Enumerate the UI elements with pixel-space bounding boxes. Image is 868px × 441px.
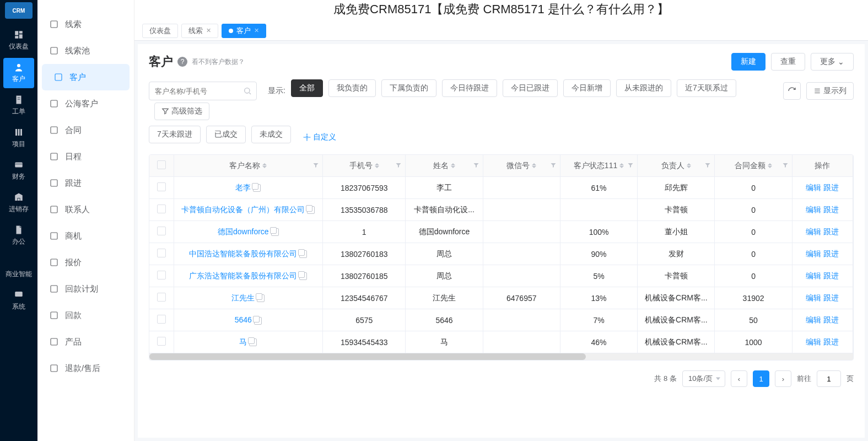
sidebar-item-11[interactable]: 回款 xyxy=(37,302,134,329)
select-all-checkbox[interactable] xyxy=(157,160,166,169)
hint-text[interactable]: 看不到客户数据？ xyxy=(192,57,245,67)
filter-chip-0[interactable]: 全部 xyxy=(291,79,323,97)
rail-item-finance[interactable]: 财务 xyxy=(3,155,34,186)
sidebar-item-0[interactable]: 线索 xyxy=(37,11,134,37)
dedup-button[interactable]: 查重 xyxy=(771,53,805,71)
tab-1[interactable]: 线索✕ xyxy=(181,24,218,38)
filter-icon[interactable] xyxy=(627,162,634,170)
copy-icon[interactable] xyxy=(271,228,279,236)
row-checkbox[interactable] xyxy=(157,315,166,324)
help-icon[interactable]: ? xyxy=(177,57,187,67)
col-4[interactable]: 客户状态111 xyxy=(560,155,637,177)
filter-icon[interactable] xyxy=(550,162,557,170)
filter-icon[interactable] xyxy=(312,162,319,170)
customer-name-link[interactable]: 德国downforce xyxy=(218,227,269,236)
page-size-select[interactable]: 10条/页 xyxy=(682,370,725,387)
rail-item-system[interactable]: 系统 xyxy=(3,286,34,316)
edit-link[interactable]: 编辑 xyxy=(806,205,821,214)
filter-chip-8[interactable]: 7天未跟进 xyxy=(149,126,201,143)
col-6[interactable]: 合同金额 xyxy=(715,155,792,177)
filter-chip-5[interactable]: 今日新增 xyxy=(563,79,611,97)
sidebar-item-7[interactable]: 联系人 xyxy=(37,196,134,223)
customer-name-link[interactable]: 江先生 xyxy=(231,293,255,302)
copy-icon[interactable] xyxy=(299,272,307,280)
sidebar-item-12[interactable]: 产品 xyxy=(37,329,134,355)
sidebar-item-8[interactable]: 商机 xyxy=(37,223,134,249)
sort-icon[interactable] xyxy=(532,163,536,168)
rail-item-user[interactable]: 客户 xyxy=(3,58,34,88)
customer-name-link[interactable]: 老李 xyxy=(235,183,251,192)
filter-chip-6[interactable]: 从未跟进的 xyxy=(616,79,671,97)
follow-link[interactable]: 跟进 xyxy=(823,315,839,324)
follow-link[interactable]: 跟进 xyxy=(823,205,839,214)
copy-icon[interactable] xyxy=(253,184,261,192)
close-icon[interactable]: ✕ xyxy=(254,27,259,34)
sort-icon[interactable] xyxy=(687,163,691,168)
edit-link[interactable]: 编辑 xyxy=(806,293,821,302)
close-icon[interactable]: ✕ xyxy=(206,27,211,34)
customer-name-link[interactable]: 广东浩达智能装备股份有限公司 xyxy=(189,271,297,280)
next-page[interactable]: › xyxy=(775,370,791,387)
sidebar-item-3[interactable]: 公海客户 xyxy=(37,90,134,117)
edit-link[interactable]: 编辑 xyxy=(806,249,821,258)
more-button[interactable]: 更多⌄ xyxy=(811,53,854,71)
advanced-filter-button[interactable]: 高级筛选 xyxy=(154,103,209,120)
filter-icon[interactable] xyxy=(395,162,402,170)
rail-item-ticket[interactable]: 工单 xyxy=(3,90,34,121)
filter-chip-3[interactable]: 今日待跟进 xyxy=(442,79,497,97)
edit-link[interactable]: 编辑 xyxy=(806,227,821,236)
row-checkbox[interactable] xyxy=(157,337,166,346)
filter-icon[interactable] xyxy=(473,162,479,170)
sidebar-item-5[interactable]: 日程 xyxy=(37,143,134,170)
row-checkbox[interactable] xyxy=(157,271,166,279)
sort-icon[interactable] xyxy=(768,163,772,168)
filter-chip-10[interactable]: 未成交 xyxy=(251,126,291,143)
follow-link[interactable]: 跟进 xyxy=(823,183,839,192)
sort-icon[interactable] xyxy=(375,163,379,168)
customer-name-link[interactable]: 卡普顿自动化设备（广州）有限公司 xyxy=(181,205,305,214)
copy-icon[interactable] xyxy=(307,206,315,214)
follow-link[interactable]: 跟进 xyxy=(823,249,839,258)
custom-filter-link[interactable]: 自定义 xyxy=(303,132,336,142)
rail-item-bi[interactable]: 商业智能 xyxy=(3,253,34,283)
edit-link[interactable]: 编辑 xyxy=(806,337,821,346)
filter-chip-7[interactable]: 近7天联系过 xyxy=(677,79,736,97)
prev-page[interactable]: ‹ xyxy=(731,370,747,387)
filter-chip-4[interactable]: 今日已跟进 xyxy=(503,79,558,97)
filter-icon[interactable] xyxy=(704,162,711,170)
rail-item-dashboard[interactable]: 仪表盘 xyxy=(3,25,34,56)
edit-link[interactable]: 编辑 xyxy=(806,183,821,192)
goto-input[interactable] xyxy=(817,370,841,387)
follow-link[interactable]: 跟进 xyxy=(823,227,839,236)
refresh-icon[interactable] xyxy=(783,82,801,100)
filter-chip-1[interactable]: 我负责的 xyxy=(328,79,376,97)
filter-icon[interactable] xyxy=(782,162,789,170)
sidebar-item-9[interactable]: 报价 xyxy=(37,249,134,276)
row-checkbox[interactable] xyxy=(157,205,166,213)
row-checkbox[interactable] xyxy=(157,249,166,257)
row-checkbox[interactable] xyxy=(157,227,166,235)
rail-item-inventory[interactable]: 进销存 xyxy=(3,188,34,218)
edit-link[interactable]: 编辑 xyxy=(806,271,821,280)
follow-link[interactable]: 跟进 xyxy=(823,337,839,346)
sidebar-item-4[interactable]: 合同 xyxy=(37,117,134,143)
tab-2[interactable]: 客户✕ xyxy=(222,24,266,38)
copy-icon[interactable] xyxy=(249,338,257,346)
rail-item-office[interactable]: 办公 xyxy=(3,220,34,251)
filter-chip-2[interactable]: 下属负责的 xyxy=(381,79,436,97)
sidebar-item-1[interactable]: 线索池 xyxy=(37,37,134,64)
sort-icon[interactable] xyxy=(451,163,455,168)
customer-name-link[interactable]: 5646 xyxy=(235,315,252,324)
tab-0[interactable]: 仪表盘 xyxy=(142,24,178,38)
sort-icon[interactable] xyxy=(262,163,267,168)
customer-name-link[interactable]: 马 xyxy=(239,337,247,346)
sidebar-item-2[interactable]: 客户 xyxy=(42,64,130,90)
col-2[interactable]: 姓名 xyxy=(406,155,483,177)
rail-item-project[interactable]: 项目 xyxy=(3,123,34,153)
page-1[interactable]: 1 xyxy=(753,370,769,387)
sort-icon[interactable] xyxy=(619,163,624,168)
search-input[interactable] xyxy=(149,82,257,100)
columns-button[interactable]: 显示列 xyxy=(806,82,854,100)
row-checkbox[interactable] xyxy=(157,293,166,302)
follow-link[interactable]: 跟进 xyxy=(823,271,839,280)
